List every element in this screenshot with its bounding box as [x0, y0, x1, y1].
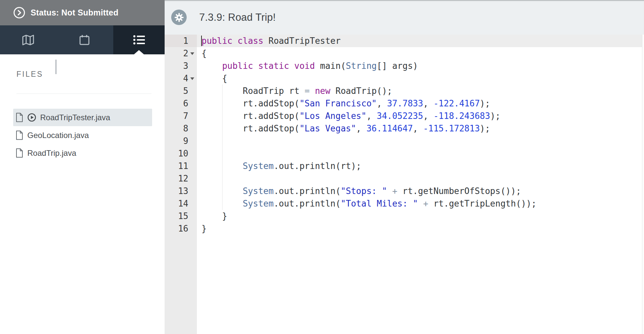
code-line[interactable]: 9 — [165, 135, 644, 147]
sidebar-tab-bar — [0, 25, 165, 54]
fold-gutter — [188, 210, 197, 222]
code-text[interactable] — [197, 135, 644, 147]
code-line[interactable]: 2{ — [165, 47, 644, 60]
line-number: 1 — [165, 35, 188, 47]
fold-gutter — [188, 110, 197, 122]
code-editor[interactable]: 1public class RoadTripTester2{3 public s… — [165, 35, 644, 334]
fold-gutter — [188, 60, 197, 72]
code-text[interactable]: } — [197, 222, 644, 235]
fold-gutter — [188, 185, 197, 197]
tab-map[interactable] — [0, 25, 56, 54]
file-row-roadtrip[interactable]: RoadTrip.java — [13, 144, 152, 162]
line-number: 7 — [165, 110, 188, 122]
fold-gutter — [188, 85, 197, 97]
list-icon — [133, 34, 145, 46]
code-text[interactable]: System.out.println("Total Miles: " + rt.… — [197, 197, 644, 210]
line-number: 4 — [165, 72, 188, 85]
tab-calendar[interactable] — [57, 25, 112, 54]
code-line[interactable]: 11 System.out.println(rt); — [165, 160, 644, 172]
code-text[interactable] — [197, 172, 644, 185]
fold-gutter — [188, 222, 197, 235]
code-line[interactable]: 1public class RoadTripTester — [165, 35, 644, 47]
code-line[interactable]: 15 } — [165, 210, 644, 222]
line-number: 11 — [165, 160, 188, 172]
fold-gutter — [188, 147, 197, 160]
file-icon — [15, 113, 23, 122]
code-line[interactable]: 16} — [165, 222, 644, 235]
line-number: 6 — [165, 97, 188, 110]
code-line[interactable]: 6 rt.addStop("San Francisco", 37.7833, -… — [165, 97, 644, 110]
codehs-ide: Status: Not Submitted — [0, 0, 644, 334]
line-number: 2 — [165, 47, 188, 60]
file-icon — [15, 148, 23, 158]
line-number: 8 — [165, 122, 188, 135]
scrollbar-track[interactable] — [642, 35, 644, 334]
line-number: 5 — [165, 85, 188, 97]
code-text[interactable]: RoadTrip rt = new RoadTrip(); — [197, 85, 644, 97]
active-tab-notch — [134, 50, 144, 54]
line-number: 13 — [165, 185, 188, 197]
fold-gutter — [188, 135, 197, 147]
code-text[interactable]: rt.addStop("Las Vegas", 36.114647, -115.… — [197, 122, 644, 135]
line-number: 16 — [165, 222, 188, 235]
code-line[interactable]: 10 — [165, 147, 644, 160]
file-name: RoadTripTester.java — [40, 113, 110, 122]
gear-icon[interactable] — [171, 10, 187, 25]
fold-gutter — [188, 172, 197, 185]
status-label: Status: Not Submitted — [31, 8, 119, 17]
code-line[interactable]: 5 RoadTrip rt = new RoadTrip(); — [165, 85, 644, 97]
file-icon — [15, 130, 23, 140]
sidebar: Status: Not Submitted — [0, 0, 165, 334]
play-icon[interactable] — [27, 113, 36, 122]
fold-gutter[interactable] — [188, 72, 197, 85]
files-header: FILES — [16, 70, 43, 79]
fold-gutter — [188, 122, 197, 135]
code-line[interactable]: 4 { — [165, 72, 644, 85]
code-text[interactable]: { — [197, 47, 644, 60]
line-number: 15 — [165, 210, 188, 222]
line-number: 10 — [165, 147, 188, 160]
tab-files[interactable] — [113, 25, 165, 54]
code-text[interactable]: } — [197, 210, 644, 222]
code-text[interactable]: public class RoadTripTester — [197, 35, 644, 47]
fold-gutter — [188, 97, 197, 110]
file-row-roadtriptester[interactable]: RoadTripTester.java — [13, 109, 152, 126]
line-number: 9 — [165, 135, 188, 147]
file-row-geolocation[interactable]: GeoLocation.java — [13, 126, 152, 144]
fold-gutter — [188, 160, 197, 172]
code-line[interactable]: 3 public static void main(String[] args) — [165, 60, 644, 72]
exercise-title: 7.3.9: Road Trip! — [199, 12, 276, 23]
code-text[interactable]: public static void main(String[] args) — [197, 60, 644, 72]
map-icon — [22, 34, 34, 46]
tab-divider — [56, 60, 56, 74]
divider — [16, 94, 151, 94]
code-text[interactable]: System.out.println("Stops: " + rt.getNum… — [197, 185, 644, 197]
line-number: 3 — [165, 60, 188, 72]
fold-arrow-icon[interactable] — [190, 77, 194, 80]
line-number: 12 — [165, 172, 188, 185]
editor-header: 7.3.9: Road Trip! — [165, 0, 644, 35]
code-text[interactable]: rt.addStop("San Francisco", 37.7833, -12… — [197, 97, 644, 110]
fold-gutter — [188, 35, 197, 47]
code-text[interactable] — [197, 147, 644, 160]
code-line[interactable]: 7 rt.addStop("Los Angeles", 34.052235, -… — [165, 110, 644, 122]
file-name: RoadTrip.java — [27, 149, 76, 158]
file-name: GeoLocation.java — [27, 131, 89, 140]
code-text[interactable]: { — [197, 72, 644, 85]
fold-arrow-icon[interactable] — [190, 52, 194, 55]
calendar-icon — [79, 34, 90, 46]
code-text[interactable]: rt.addStop("Los Angeles", 34.052235, -11… — [197, 110, 644, 122]
fold-gutter[interactable] — [188, 47, 197, 60]
chevron-right-circle-icon — [13, 7, 25, 19]
code-lines: 1public class RoadTripTester2{3 public s… — [165, 35, 644, 235]
code-line[interactable]: 13 System.out.println("Stops: " + rt.get… — [165, 185, 644, 197]
text-cursor — [201, 36, 202, 46]
line-number: 14 — [165, 197, 188, 210]
code-line[interactable]: 8 rt.addStop("Las Vegas", 36.114647, -11… — [165, 122, 644, 135]
code-line[interactable]: 12 — [165, 172, 644, 185]
status-bar[interactable]: Status: Not Submitted — [0, 0, 165, 25]
fold-gutter — [188, 197, 197, 210]
code-line[interactable]: 14 System.out.println("Total Miles: " + … — [165, 197, 644, 210]
code-text[interactable]: System.out.println(rt); — [197, 160, 644, 172]
editor-pane: 7.3.9: Road Trip! 1public class RoadTrip… — [165, 0, 644, 334]
